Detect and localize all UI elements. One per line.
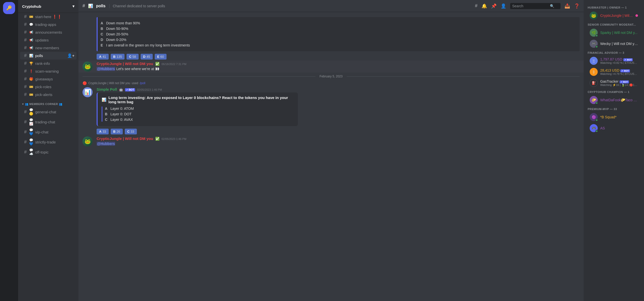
channel-header-name: polls — [96, 4, 105, 8]
sidebar-item-vip-chat[interactable]: # 💬💙 vip-chat — [20, 127, 76, 137]
member-section-hubmaster: HUBMASTER | OWNER — 1 — [584, 4, 644, 10]
message-group-cj-2: 🐸 CrypticJungle | Will not DM you ✅ 02/0… — [78, 135, 584, 147]
hash-icon: # — [24, 45, 27, 51]
chevron-down-icon: ▾ — [72, 4, 74, 9]
author-simple-poll: Simple Poll — [97, 87, 117, 91]
vote-badge-c[interactable]: C 58 — [127, 54, 139, 60]
header-icons: # 🔔 📌 👤 🔍 📥 ❓ — [475, 3, 580, 9]
member-name-whatdafook: WhatDaFook🌮Taco D... — [600, 98, 638, 102]
sidebar-item-trading-chat[interactable]: # 💬📈 trading-chat — [20, 117, 76, 127]
inbox-icon[interactable]: 📥 — [565, 3, 570, 9]
pin-icon[interactable]: 📌 — [491, 3, 497, 9]
search-icon: 🔍 — [550, 4, 554, 8]
avatar-sparky: 🌿 — [590, 29, 598, 37]
message-header-simple-poll: Simple Poll 🤖 ✓ BOT 02/05/2023 1:46 PM — [97, 87, 580, 91]
sidebar-item-trading-apps[interactable]: # 💬 trading-apps — [20, 21, 76, 28]
sidebar-item-pick-alerts[interactable]: # 🎫 pick-alerts — [20, 91, 76, 98]
timestamp-cj-1: 06/18/2022 7:31 PM — [162, 63, 186, 66]
member-item-whatdafook[interactable]: 🌮 WhatDaFook🌮Taco D... — [586, 94, 642, 106]
avatar-crypticjungle-1: 🐸 — [83, 62, 93, 72]
hash-icon: # — [24, 53, 27, 58]
author-cj-1: CrypticJungle | Will not DM you — [97, 62, 153, 66]
status-online-sparky — [595, 34, 598, 37]
channel-label-updates: updates — [35, 38, 49, 42]
member-section-senior-mod: SENIOR COMMUNITY MODERAT... — [584, 21, 644, 27]
hashtag-icon[interactable]: # — [475, 3, 477, 9]
member-item-bsquad[interactable]: 🟣 *B Squad* — [586, 112, 642, 123]
messages-area: A Down more than 90% B Down 50-90% C Dow… — [78, 12, 584, 301]
hash-icon: # — [24, 109, 27, 115]
vote-badge-d[interactable]: D 45 — [141, 54, 153, 60]
hash-icon: # — [24, 84, 27, 89]
channel-emoji-new-members: 📢 — [29, 46, 34, 50]
avatar-wecky: 🎮 — [590, 40, 598, 48]
member-sub-btc: Watching +4.79 % | BTCUSD | ... — [600, 72, 638, 75]
sidebar-item-off-topic[interactable]: # 💬☁️ off-topic — [20, 147, 76, 157]
member-item-as[interactable]: 🎮 AS — [586, 123, 642, 134]
server-sidebar: 🔑 — [0, 0, 18, 301]
members-icon[interactable]: 👤 — [501, 3, 506, 9]
hash-icon: # — [24, 76, 27, 82]
channel-label-new-members: new-members — [35, 46, 59, 50]
member-item-eth[interactable]: Ξ 1,797.87 USD ✓ BOT Watching +0.82 % | … — [586, 55, 642, 66]
help-icon[interactable]: ❓ — [574, 3, 580, 9]
hash-icon: # — [24, 69, 27, 74]
poll-option-a-partial: A Down more than 90% — [101, 21, 577, 25]
member-sub-gastracker: Watching ⚡16 | 🍃14 |🔴14 | lh... — [600, 83, 638, 87]
sidebar-item-polls[interactable]: # 📊 polls 👤+ — [20, 52, 76, 60]
bot-tag-simple-poll: ✓ BOT — [125, 88, 135, 91]
search-bar[interactable]: 🔍 — [510, 3, 560, 9]
member-name-cj: CrypticJungle | Will... — [600, 14, 633, 18]
sidebar-item-updates[interactable]: # 📢 updates — [20, 36, 76, 44]
channel-emoji-updates: 📢 — [29, 38, 34, 42]
poll-votes-layer0: A 33 B 26 C 33 — [97, 129, 580, 134]
vote-badge-a[interactable]: A 41 — [97, 54, 109, 60]
vote-badge-c-layer0[interactable]: C 33 — [125, 129, 137, 134]
sidebar-item-scam-warning[interactable]: # ❗ scam-warning — [20, 67, 76, 75]
sidebar-item-general-chat[interactable]: # 💬🟡 general-chat — [20, 107, 76, 117]
sidebar-item-strictly-trade[interactable]: # 💬💙 strictly-trade — [20, 137, 76, 147]
member-item-gastracker[interactable]: ⛽ GasTracker ✓ BOT Watching ⚡16 | 🍃14 |🔴… — [586, 77, 642, 88]
timestamp-cj-2: 02/05/2023 1:46 PM — [162, 137, 186, 140]
status-online-as — [595, 130, 598, 132]
member-info-gastracker: GasTracker ✓ BOT Watching ⚡16 | 🍃14 |🔴14… — [600, 79, 638, 87]
vote-badge-a-layer0[interactable]: A 33 — [97, 129, 109, 134]
member-item-wecky[interactable]: 🎮 Wecky | Will not DM you — [586, 38, 642, 49]
sidebar-item-rank-info[interactable]: # 🏆 rank-info — [20, 60, 76, 67]
member-item-crypticjungle[interactable]: 🐸 CrypticJungle | Will... — [586, 10, 642, 21]
member-item-btc[interactable]: ₿ 28,413 USD ✓ BOT Watching +4.79 % | BT… — [586, 66, 642, 77]
message-text-cj-2: @Hubbers — [97, 142, 580, 146]
hash-icon: # — [24, 129, 27, 135]
sidebar-item-announcements[interactable]: # 📢 announcements — [20, 28, 76, 36]
members-corner-header: ▾ 👥 MEMBERS CORNER 👥 — [18, 98, 78, 107]
vote-badge-b-layer0[interactable]: B 26 — [111, 129, 123, 134]
vote-badge-b[interactable]: B 135 — [111, 54, 125, 60]
hash-icon: # — [24, 149, 27, 155]
avatar-simple-poll: 📊 — [83, 87, 93, 97]
server-header[interactable]: Cryptohub ▾ — [18, 0, 78, 13]
timestamp-simple-poll: 02/05/2023 1:46 PM — [137, 88, 162, 91]
status-online-bsquad — [595, 119, 598, 121]
member-section-financial: FINANCIAL ADVISOR — 3 — [584, 49, 644, 55]
add-member-icon[interactable]: 👤+ — [67, 53, 74, 58]
sidebar-item-giveaways[interactable]: # 🎁 giveaways — [20, 75, 76, 83]
member-name-gastracker: GasTracker ✓ BOT — [600, 79, 638, 83]
server-icon-cryptohub[interactable]: 🔑 — [3, 2, 15, 14]
channel-label-off-topic: off-topic — [35, 150, 49, 154]
sidebar-item-pick-roles[interactable]: # 🎫 pick-roles — [20, 83, 76, 91]
channel-emoji-giveaways: 🎁 — [29, 77, 34, 81]
message-text-cj-1: @Hubbers Let's see where we're at 👀 — [97, 67, 580, 71]
vote-badge-e[interactable]: E 60 — [155, 54, 167, 60]
bell-icon[interactable]: 🔔 — [481, 3, 487, 9]
hash-icon: # — [24, 22, 27, 27]
search-input[interactable] — [512, 4, 550, 8]
sidebar-item-start-here[interactable]: # 🎫 start-here ❗❗ — [20, 13, 76, 21]
author-cj-2: CrypticJungle | Will not DM you — [97, 136, 153, 141]
channel-emoji-polls: 📊 — [29, 54, 34, 58]
member-item-sparky[interactable]: 🌿 Sparky | Will not DM y... — [586, 27, 642, 38]
channel-emoji-pick-roles: 🎫 — [29, 85, 34, 89]
avatar-as: 🎮 — [590, 124, 598, 132]
date-divider-text: February 5, 2023 — [319, 75, 342, 78]
sidebar-item-new-members[interactable]: # 📢 new-members — [20, 44, 76, 52]
collapse-icon[interactable]: ▾ — [22, 103, 24, 106]
